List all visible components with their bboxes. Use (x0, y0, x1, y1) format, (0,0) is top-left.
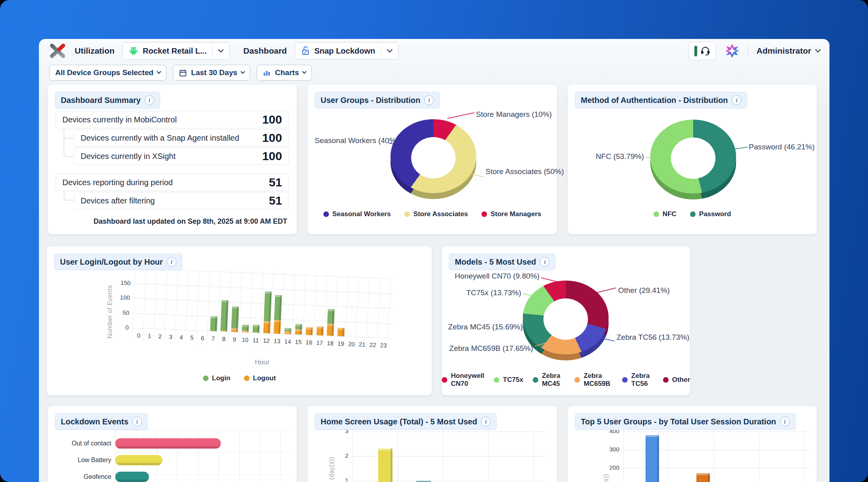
home-screen-plot[interactable]: 123 (352, 426, 546, 482)
device-group-selector[interactable]: Rocket Retail L... (122, 42, 230, 60)
dashboard-selector[interactable]: Snap Lockdown (295, 42, 398, 60)
category-bar[interactable] (115, 472, 149, 482)
legend-label: Zebra MC659B (584, 372, 613, 388)
summary-row-label: Devices currently with a Snap Agent inst… (81, 134, 239, 143)
logout-bar-segment[interactable] (295, 329, 302, 335)
info-icon[interactable]: i (132, 417, 142, 426)
login-logout-card: User Login/Logout by Hour i Number of Ev… (47, 246, 432, 395)
info-icon[interactable]: i (780, 417, 790, 426)
tree-connector (64, 191, 74, 201)
info-icon[interactable]: i (732, 95, 741, 105)
info-icon[interactable]: i (145, 95, 154, 105)
ai-assistant-icon[interactable] (724, 43, 740, 59)
login-bar-segment[interactable] (253, 325, 260, 332)
legend-label: Zebra TC56 (631, 372, 653, 388)
value-bar[interactable] (378, 449, 392, 482)
category-bar[interactable] (115, 455, 162, 465)
summary-row: Devices currently in MobiControl 100 (56, 111, 289, 128)
legend-item[interactable]: Password (690, 210, 731, 218)
summary-row-label: Devices currently in MobiControl (62, 115, 177, 124)
value-bar[interactable] (696, 473, 710, 482)
legend-item[interactable]: Login (203, 374, 230, 382)
info-icon[interactable]: i (424, 95, 434, 105)
donut-hole (671, 137, 715, 179)
view-mode-selector[interactable]: Charts (257, 65, 312, 81)
category-bar[interactable] (115, 438, 221, 449)
legend-item[interactable]: Logout (244, 374, 276, 382)
device-groups-filter[interactable]: All Device Groups Selected (49, 65, 166, 81)
legend-dot (690, 211, 696, 217)
summary-row-value: 51 (269, 176, 282, 189)
date-range-filter[interactable]: Last 30 Days (173, 65, 250, 81)
login-bar-segment[interactable] (220, 300, 228, 331)
models-card: Models - 5 Most Used i Honeywell CN70 (9… (442, 246, 690, 395)
login-bar-segment[interactable] (295, 324, 302, 329)
logout-bar-segment[interactable] (242, 331, 249, 332)
value-bar[interactable] (646, 435, 659, 482)
category-label: Low Battery (53, 455, 111, 465)
login-bar-segment[interactable] (242, 325, 249, 331)
legend-item[interactable]: NFC (653, 210, 677, 218)
logout-bar-segment[interactable] (338, 328, 345, 337)
legend-label: Seasonal Workers (333, 210, 391, 218)
login-bar-segment[interactable] (284, 328, 291, 331)
user-groups-donut[interactable] (391, 119, 476, 193)
bars-layer (115, 430, 292, 482)
home-screen-usage-card: Home Screen Usage (Total) - 5 Most Used … (307, 406, 557, 482)
legend-label: Other (672, 376, 690, 384)
legend-label: Password (699, 210, 731, 218)
android-icon (128, 46, 139, 56)
auth-method-donut[interactable] (650, 120, 736, 194)
chart-legend: Seasonal WorkersStore AssociatesStore Ma… (307, 210, 557, 218)
summary-row-value: 100 (262, 131, 282, 145)
gridline (134, 283, 393, 294)
info-icon[interactable]: i (167, 257, 176, 267)
chart-legend: Honeywell CN70TC75xZebra MC45Zebra MC659… (442, 372, 690, 388)
legend-item[interactable]: Zebra MC45 (533, 372, 565, 388)
dashboard-value: Snap Lockdown (314, 46, 375, 56)
card-title-text: User Groups - Distribution (321, 96, 420, 105)
legend-item[interactable]: Honeywell CN70 (442, 372, 484, 388)
top-user-groups-card: Top 5 User Groups - by Total User Sessio… (568, 406, 817, 482)
support-chat-button[interactable] (688, 42, 716, 60)
lockdown-plot[interactable] (115, 430, 292, 482)
logout-bar-segment[interactable] (263, 321, 270, 333)
top-user-groups-plot[interactable]: 200300400 (623, 426, 808, 482)
login-bar-segment[interactable] (327, 309, 334, 324)
legend-item[interactable]: Zebra TC56 (622, 372, 653, 388)
device-group-chevron[interactable] (213, 49, 229, 53)
dashboard-chevron[interactable] (381, 49, 398, 53)
card-title-text: User Login/Logout by Hour (60, 257, 163, 267)
login-bar-segment[interactable] (264, 291, 272, 321)
legend-item[interactable]: Store Managers (481, 210, 541, 218)
summary-row-label: Devices reporting during period (62, 178, 173, 187)
callout-line (447, 112, 475, 119)
logout-bar-segment[interactable] (316, 326, 323, 335)
login-bar-segment[interactable] (274, 295, 282, 320)
chevron-down-icon (157, 70, 161, 74)
logout-bar-segment[interactable] (284, 331, 291, 334)
info-icon[interactable]: i (540, 257, 549, 267)
lockdown-events-card: Lockdown Events i Out of contactLow Batt… (48, 406, 297, 482)
login-bar-segment[interactable] (231, 306, 239, 328)
models-donut[interactable] (523, 281, 609, 354)
legend-item[interactable]: Store Associates (404, 210, 468, 218)
login-bar-segment[interactable] (210, 316, 217, 331)
logout-bar-segment[interactable] (327, 324, 334, 336)
legend-item[interactable]: TC75x (494, 376, 523, 384)
logout-bar-segment[interactable] (274, 320, 281, 334)
logout-bar-segment[interactable] (305, 327, 313, 335)
info-icon[interactable]: i (481, 417, 491, 426)
divider (748, 45, 748, 57)
legend-item[interactable]: Zebra MC659B (574, 372, 613, 388)
slice-label: Password (46.21%) (749, 143, 829, 151)
summary-row: Devices currently in XSight 100 (74, 147, 289, 165)
logout-bar-segment[interactable] (231, 328, 238, 332)
dashboard-label: Dashboard (243, 46, 287, 56)
legend-item[interactable]: Seasonal Workers (323, 210, 391, 218)
user-menu[interactable]: Administrator (756, 46, 820, 56)
card-title: Method of Authentication - Distribution … (575, 92, 747, 108)
login-logout-plot[interactable]: 0501001502000123456789101112131415161718… (132, 266, 394, 352)
legend-item[interactable]: Other (663, 376, 690, 384)
date-range-value: Last 30 Days (191, 68, 237, 77)
